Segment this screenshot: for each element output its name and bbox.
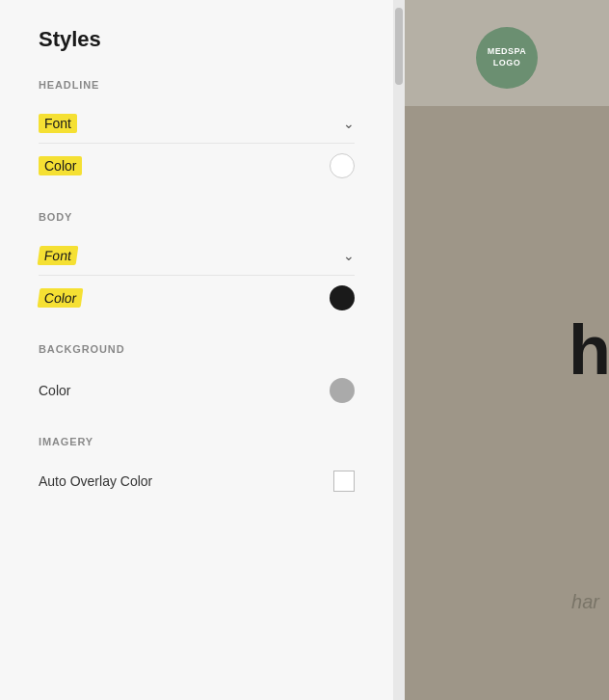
- body-color-label[interactable]: Color: [38, 288, 84, 308]
- styles-panel: Styles HEADLINE Font ⌄ Color BODY Font ⌄: [0, 0, 405, 700]
- background-color-swatch[interactable]: [330, 378, 355, 403]
- headline-font-row: Font ⌄: [39, 104, 355, 144]
- preview-panel: MEDSPA LOGO har h: [405, 0, 609, 700]
- auto-overlay-checkbox[interactable]: [333, 471, 355, 492]
- scrollbar[interactable]: [393, 0, 405, 700]
- headline-color-label[interactable]: Color: [39, 156, 82, 175]
- background-color-label: Color: [39, 383, 70, 398]
- body-color-row: Color: [39, 276, 355, 320]
- body-color-swatch[interactable]: [330, 285, 355, 310]
- bold-letter: h: [569, 311, 609, 389]
- background-section: BACKGROUND Color: [39, 343, 355, 413]
- har-text: har: [571, 591, 599, 613]
- logo-text: MEDSPA LOGO: [488, 46, 527, 68]
- headline-section: HEADLINE Font ⌄ Color: [39, 79, 355, 188]
- imagery-section: IMAGERY Auto Overlay Color: [39, 436, 355, 501]
- auto-overlay-row: Auto Overlay Color: [39, 461, 355, 501]
- headline-section-label: HEADLINE: [39, 79, 355, 91]
- background-color-row: Color: [39, 368, 355, 413]
- scrollbar-thumb[interactable]: [395, 8, 403, 85]
- bold-letter-display: h: [569, 315, 609, 385]
- body-font-label[interactable]: Font: [38, 246, 79, 265]
- body-section: BODY Font ⌄ Color: [39, 211, 355, 320]
- logo-circle: MEDSPA LOGO: [476, 27, 538, 89]
- imagery-section-label: IMAGERY: [39, 436, 355, 447]
- headline-font-label[interactable]: Font: [39, 114, 77, 133]
- body-section-label: BODY: [39, 211, 355, 223]
- headline-font-chevron-icon[interactable]: ⌄: [343, 116, 355, 131]
- headline-color-row: Color: [39, 144, 355, 188]
- body-font-row: Font ⌄: [39, 236, 355, 276]
- body-font-chevron-icon[interactable]: ⌄: [343, 248, 355, 263]
- background-section-label: BACKGROUND: [39, 343, 355, 355]
- auto-overlay-label: Auto Overlay Color: [39, 473, 152, 489]
- headline-color-swatch[interactable]: [330, 153, 355, 178]
- panel-title: Styles: [39, 27, 355, 52]
